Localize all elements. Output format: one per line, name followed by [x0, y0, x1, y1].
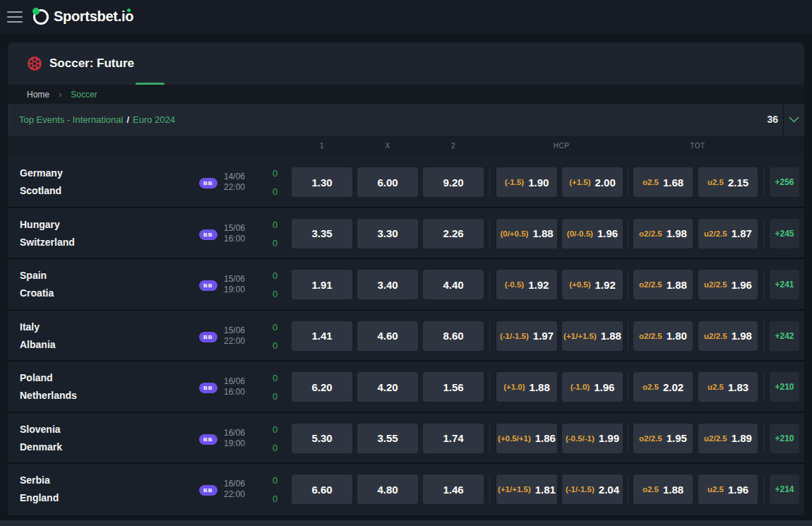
odds-draw-button[interactable]: 3.30 — [357, 219, 418, 249]
handicap-away-button[interactable]: (0/-0.5) 1.96 — [562, 219, 623, 249]
match-row: Germany Scotland BB 14/06 22:00 0 0 1.30… — [8, 157, 804, 208]
total-over-button[interactable]: o2.5 2.02 — [633, 372, 693, 402]
handicap-away-button[interactable]: (-1.0) 1.96 — [562, 372, 623, 402]
odds-draw-button[interactable]: 6.00 — [357, 167, 418, 197]
brand-logo[interactable]: Sportsbet.io — [33, 8, 133, 25]
away-team-name[interactable]: Scotland — [20, 182, 63, 200]
total-label: o2.5 — [643, 178, 659, 186]
handicap-away-button[interactable]: (+0.5) 1.92 — [562, 270, 623, 299]
handicap-home-button[interactable]: (+1/+1.5) 1.81 — [496, 474, 557, 504]
team-names[interactable]: Poland Netherlands — [20, 369, 77, 405]
home-team-name[interactable]: Hungary — [20, 216, 75, 234]
total-over-button[interactable]: o2/2.5 1.98 — [633, 219, 693, 249]
total-over-button[interactable]: o2.5 1.68 — [633, 167, 693, 197]
total-under-button[interactable]: u2/2.5 1.98 — [698, 321, 758, 351]
handicap-home-button[interactable]: (+1.0) 1.88 — [496, 372, 557, 402]
group-divider — [628, 373, 628, 401]
odds-home-button[interactable]: 3.35 — [292, 219, 352, 249]
home-team-name[interactable]: Poland — [20, 369, 77, 387]
more-markets-button[interactable]: +214 — [770, 474, 799, 504]
home-team-name[interactable]: Serbia — [20, 472, 59, 489]
odds-home-button[interactable]: 1.91 — [292, 270, 352, 299]
match-datetime: 16/06 19:00 — [224, 428, 245, 449]
filter-category-link[interactable]: Top Events - International — [19, 114, 123, 125]
team-names[interactable]: Germany Scotland — [20, 165, 63, 200]
away-team-name[interactable]: Switzerland — [20, 234, 75, 251]
handicap-home-button[interactable]: (-0.5) 1.92 — [496, 270, 557, 299]
odds-home-button[interactable]: 6.20 — [292, 372, 352, 402]
odds-home-button[interactable]: 5.30 — [292, 424, 352, 453]
handicap-home-button[interactable]: (0/+0.5) 1.88 — [496, 219, 557, 249]
breadcrumb-soccer-link[interactable]: Soccer — [71, 90, 97, 100]
odds-value: 1.92 — [528, 279, 549, 291]
total-over-button[interactable]: o2.5 1.88 — [633, 474, 693, 504]
handicap-home-button[interactable]: (-1.5) 1.90 — [496, 167, 557, 197]
total-over-button[interactable]: o2/2.5 1.80 — [633, 321, 693, 351]
away-score: 0 — [273, 183, 277, 201]
total-under-button[interactable]: u2/2.5 1.87 — [698, 219, 758, 249]
home-team-name[interactable]: Slovenia — [20, 421, 62, 438]
total-under-button[interactable]: u2/2.5 1.89 — [698, 424, 758, 453]
match-row: Hungary Switzerland BB 15/06 16:00 0 0 3… — [8, 208, 804, 260]
away-team-name[interactable]: England — [20, 489, 59, 507]
away-team-name[interactable]: Albania — [20, 336, 56, 354]
handicap-home-button[interactable]: (+0.5/+1) 1.86 — [496, 424, 557, 453]
menu-icon[interactable] — [7, 11, 23, 23]
more-markets-button[interactable]: +242 — [770, 321, 799, 351]
handicap-away-button[interactable]: (-0.5/-1) 1.99 — [562, 424, 623, 453]
home-team-name[interactable]: Germany — [20, 165, 63, 182]
filter-tournament-link[interactable]: Euro 2024 — [133, 114, 175, 125]
odds-home-button[interactable]: 1.30 — [292, 167, 352, 197]
odds-draw-button[interactable]: 4.20 — [357, 372, 418, 402]
odds-away-button[interactable]: 2.26 — [423, 219, 484, 249]
odds-draw-button[interactable]: 3.40 — [357, 270, 418, 299]
odds-value: 6.60 — [311, 484, 332, 496]
breadcrumb-home-link[interactable]: Home — [27, 90, 49, 100]
odds-draw-button[interactable]: 3.55 — [357, 424, 418, 453]
more-markets-button[interactable]: +241 — [770, 270, 799, 299]
total-label: o2/2.5 — [639, 332, 662, 340]
total-over-button[interactable]: o2/2.5 1.88 — [633, 270, 693, 299]
away-team-name[interactable]: Netherlands — [20, 387, 77, 405]
handicap-away-button[interactable]: (+1/+1.5) 1.88 — [562, 321, 623, 351]
total-over-button[interactable]: o2/2.5 1.95 — [633, 424, 693, 453]
match-scores: 0 0 — [273, 421, 277, 458]
odds-away-button[interactable]: 4.40 — [423, 270, 484, 299]
team-names[interactable]: Hungary Switzerland — [20, 216, 75, 251]
more-markets-button[interactable]: +256 — [770, 167, 799, 197]
total-under-button[interactable]: u2.5 1.96 — [698, 474, 758, 504]
odds-home-button[interactable]: 6.60 — [292, 474, 352, 504]
team-names[interactable]: Spain Croatia — [20, 267, 54, 302]
away-team-name[interactable]: Denmark — [20, 438, 62, 456]
total-under-button[interactable]: u2/2.5 1.96 — [698, 270, 758, 299]
odds-draw-button[interactable]: 4.60 — [357, 321, 418, 351]
odds-away-button[interactable]: 1.56 — [423, 372, 484, 402]
more-markets-button[interactable]: +245 — [770, 219, 799, 249]
more-markets-button[interactable]: +210 — [770, 372, 799, 402]
chevron-down-icon[interactable] — [789, 116, 799, 123]
away-team-name[interactable]: Croatia — [20, 285, 54, 302]
more-markets-button[interactable]: +210 — [770, 424, 799, 453]
handicap-away-button[interactable]: (+1.5) 2.00 — [562, 167, 623, 197]
odds-away-button[interactable]: 1.46 — [423, 474, 484, 504]
odds-value: 1.96 — [594, 381, 614, 393]
odds-away-button[interactable]: 9.20 — [423, 167, 484, 197]
bet-builder-badge: BB — [199, 280, 217, 291]
match-time: 16:00 — [224, 234, 245, 244]
team-names[interactable]: Italy Albania — [20, 318, 56, 354]
handicap-home-button[interactable]: (-1/-1.5) 1.97 — [496, 321, 557, 351]
group-divider — [764, 424, 765, 453]
team-names[interactable]: Serbia England — [20, 472, 59, 507]
handicap-away-button[interactable]: (-1/-1.5) 2.04 — [562, 474, 623, 504]
handicap-label: (-1/-1.5) — [566, 485, 595, 494]
odds-away-button[interactable]: 8.60 — [423, 321, 484, 351]
match-scores: 0 0 — [273, 318, 277, 355]
team-names[interactable]: Slovenia Denmark — [20, 421, 62, 456]
odds-away-button[interactable]: 1.74 — [423, 424, 484, 453]
odds-draw-button[interactable]: 4.80 — [357, 474, 418, 504]
odds-home-button[interactable]: 1.41 — [292, 321, 352, 351]
total-under-button[interactable]: u2.5 2.15 — [698, 167, 758, 197]
home-team-name[interactable]: Spain — [20, 267, 54, 285]
total-under-button[interactable]: u2.5 1.83 — [698, 372, 758, 402]
home-team-name[interactable]: Italy — [20, 318, 56, 336]
